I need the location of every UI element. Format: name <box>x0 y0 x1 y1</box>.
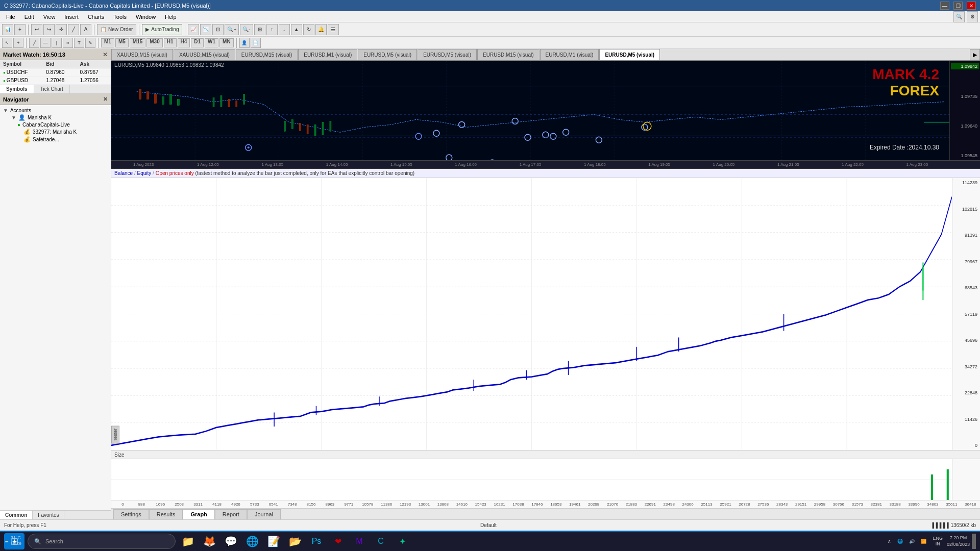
toolbar-undo[interactable]: ↩ <box>31 24 42 35</box>
period-m30[interactable]: M30 <box>146 38 162 47</box>
tray-show-desktop[interactable] <box>972 534 976 549</box>
toolbar-fib[interactable]: ≈ <box>63 38 73 48</box>
period-h4[interactable]: H4 <box>178 38 190 47</box>
period-mn[interactable]: MN <box>219 38 234 47</box>
nav-tab-common[interactable]: Common <box>0 511 33 519</box>
chart-tab-7[interactable]: EURUSD,M1 (visual) <box>540 49 599 60</box>
minimize-button[interactable]: — <box>940 2 949 10</box>
taskbar-folder[interactable]: 📂 <box>286 532 304 550</box>
menu-charts[interactable]: Charts <box>84 13 108 21</box>
tester-tab-settings[interactable]: Settings <box>113 509 149 519</box>
chart-tab-6[interactable]: EURUSD,M15 (visual) <box>477 49 539 60</box>
toolbar-new-chart[interactable]: 📊 <box>2 24 13 35</box>
menu-edit[interactable]: Edit <box>20 13 38 21</box>
toolbar-sync[interactable]: ⊞ <box>254 24 265 35</box>
toolbar-crosshair2[interactable]: + <box>13 38 23 48</box>
nav-manisha[interactable]: ▼ 👤 Manisha K <box>3 114 108 121</box>
taskbar-teams[interactable]: 💬 <box>222 532 240 550</box>
menu-window[interactable]: Window <box>132 13 160 21</box>
taskbar-search[interactable]: 🔍 Search <box>28 534 176 549</box>
toolbar-alert[interactable]: 🔔 <box>315 24 327 35</box>
period-h1[interactable]: H1 <box>164 38 177 47</box>
new-order-button[interactable]: 📋 New Order <box>97 24 136 35</box>
tray-volume[interactable]: 🔊 <box>907 538 917 545</box>
market-watch-close[interactable]: ✕ <box>103 51 108 58</box>
toolbar-zoom-in[interactable]: + <box>14 24 26 35</box>
open-prices-link[interactable]: Open prices only <box>156 170 194 176</box>
toolbar-hline[interactable]: — <box>40 38 51 48</box>
toolbar-profile[interactable]: 👤 <box>239 38 250 48</box>
taskbar-chrome[interactable]: 🌐 <box>243 532 261 550</box>
toolbar-zoom-out[interactable]: 🔍- <box>240 24 253 35</box>
equity-link[interactable]: Equity <box>137 170 151 176</box>
toolbar-line[interactable]: ╱ <box>68 24 79 35</box>
nav-cabana-live[interactable]: ● CabanaCapitals-Live <box>3 121 108 128</box>
balance-link[interactable]: Balance <box>114 170 133 176</box>
taskbar-firefox[interactable]: 🦊 <box>200 532 218 550</box>
chart-tab-scroll-right[interactable]: ▶ <box>970 49 980 60</box>
nav-tab-favorites[interactable]: Favorites <box>33 511 64 519</box>
taskbar-corel[interactable]: ❤ <box>329 532 347 550</box>
period-d1[interactable]: D1 <box>191 38 204 47</box>
toolbar-arrow[interactable]: ↖ <box>2 38 12 48</box>
toolbar-text2[interactable]: T <box>74 38 84 48</box>
menu-insert[interactable]: Insert <box>60 13 83 21</box>
price-chart-svg[interactable] <box>111 61 949 160</box>
toolbar-template[interactable]: 📄 <box>251 38 261 48</box>
taskbar-notes[interactable]: 📝 <box>264 532 283 550</box>
toolbar-refresh[interactable]: ↻ <box>303 24 314 35</box>
menu-tools[interactable]: Tools <box>109 13 131 21</box>
chart-tab-5[interactable]: EURUSD,M5 (visual) <box>418 49 477 60</box>
tester-tab-report[interactable]: Report <box>215 509 247 519</box>
toolbar-draw[interactable]: ✎ <box>85 38 95 48</box>
tray-wifi[interactable]: 📶 <box>919 538 928 545</box>
menu-file[interactable]: File <box>2 13 19 21</box>
chart-tab-8[interactable]: EURUSD,M5 (visual) <box>599 49 660 60</box>
auto-trading-button[interactable]: ▶ AutoTrading <box>142 24 182 35</box>
nav-safetrade[interactable]: 💰 Safetrade... <box>3 136 108 143</box>
taskbar-weather[interactable]: ☁ 31°CHaze <box>0 531 26 551</box>
taskbar-mt4[interactable]: M <box>350 532 369 550</box>
toolbar-indicator1[interactable]: 📈 <box>188 24 199 35</box>
close-button[interactable]: ✕ <box>967 2 976 10</box>
mw-row-usdchf[interactable]: ●USDCHF 0.87960 0.87967 <box>0 68 111 77</box>
toolbar-settings-btn[interactable]: ⚙ <box>967 11 978 22</box>
nav-accounts[interactable]: ▼ Accounts <box>3 107 108 114</box>
toolbar-search-btn[interactable]: 🔍 <box>953 11 965 22</box>
chart-tab-3[interactable]: EURUSD,M1 (visual) <box>298 49 357 60</box>
chart-tab-1[interactable]: XAUUSD,M15 (visual) <box>174 49 235 60</box>
chart-tab-4[interactable]: EURUSD,M5 (visual) <box>358 49 417 60</box>
period-m15[interactable]: M15 <box>130 38 145 47</box>
navigator-close[interactable]: ✕ <box>103 96 108 103</box>
toolbar-more[interactable]: ☰ <box>328 24 339 35</box>
toolbar-up[interactable]: ↑ <box>266 24 278 35</box>
menu-help[interactable]: Help <box>161 13 181 21</box>
toolbar-crosshair[interactable]: ✛ <box>56 24 67 35</box>
tray-network[interactable]: 🌐 <box>895 538 905 545</box>
taskbar-app1[interactable]: C <box>372 532 390 550</box>
toolbar-chart-up[interactable]: ▲ <box>291 24 302 35</box>
toolbar-line2[interactable]: ╱ <box>29 38 39 48</box>
toolbar-zoom-fit[interactable]: ⊡ <box>212 24 224 35</box>
vertical-tester-label[interactable]: Tester <box>111 426 119 444</box>
toolbar-zoom-in2[interactable]: 🔍+ <box>225 24 239 35</box>
taskbar-app2[interactable]: ✦ <box>393 532 411 550</box>
menu-view[interactable]: View <box>39 13 60 21</box>
tester-tab-journal[interactable]: Journal <box>247 509 281 519</box>
nav-account-332977[interactable]: 💰 332977: Manisha K <box>3 128 108 136</box>
tester-tab-results[interactable]: Results <box>149 509 183 519</box>
taskbar-file-manager[interactable]: 📁 <box>179 532 197 550</box>
chart-tab-0[interactable]: XAUUSD,M15 (visual) <box>111 49 173 60</box>
chart-tab-2[interactable]: EURUSD,M15 (visual) <box>236 49 298 60</box>
period-m1[interactable]: M1 <box>101 38 114 47</box>
taskbar-photoshop[interactable]: Ps <box>307 532 326 550</box>
system-clock[interactable]: 7:20 PM 02/08/2023 <box>947 535 970 547</box>
toolbar-indicator2[interactable]: 📉 <box>200 24 211 35</box>
toolbar-vline[interactable]: | <box>52 38 62 48</box>
tester-tab-graph[interactable]: Graph <box>183 509 214 519</box>
period-w1[interactable]: W1 <box>205 38 218 47</box>
mw-tab-symbols[interactable]: Symbols <box>0 85 34 93</box>
tray-hide[interactable]: ∧ <box>886 538 893 545</box>
toolbar-down[interactable]: ↓ <box>279 24 290 35</box>
toolbar-text[interactable]: A <box>80 24 91 35</box>
